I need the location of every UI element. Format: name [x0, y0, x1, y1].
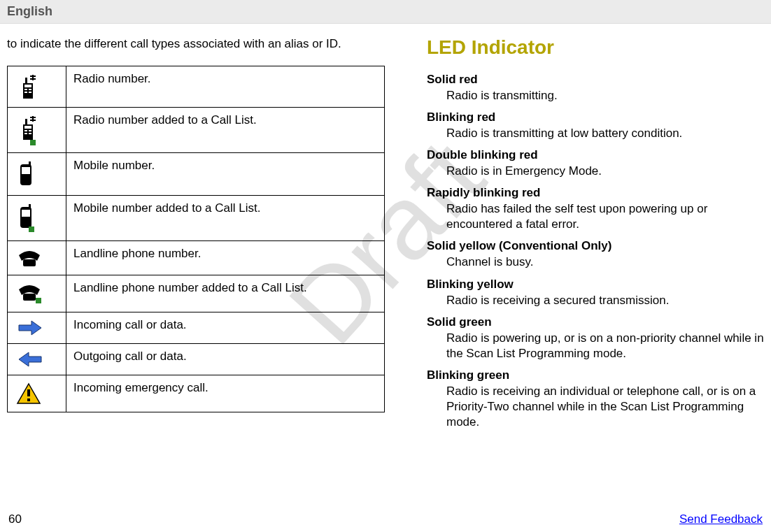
icon-desc: Mobile number added to a Call List. [66, 196, 385, 241]
icon-desc: Mobile number. [66, 153, 385, 196]
table-row: Mobile number added to a Call List. [8, 196, 385, 241]
content-columns: to indicate the different call types ass… [0, 24, 771, 437]
outgoing-arrow-icon [8, 344, 66, 375]
left-column: to indicate the different call types ass… [7, 36, 385, 437]
led-term: Rapidly blinking red [427, 186, 764, 200]
svg-rect-25 [27, 389, 30, 396]
icon-desc: Landline phone number. [66, 241, 385, 275]
svg-rect-5 [29, 92, 31, 93]
led-def: Radio is receiving a secured transmissio… [446, 293, 764, 308]
svg-rect-4 [24, 92, 27, 93]
table-row: Radio number added to a Call List. [8, 108, 385, 153]
intro-text: to indicate the different call types ass… [7, 36, 385, 52]
led-def: Radio has failed the self test upon powe… [446, 201, 764, 232]
send-feedback-link[interactable]: Send Feedback [679, 512, 763, 526]
led-term: Blinking red [427, 110, 764, 124]
led-term: Solid green [427, 315, 764, 329]
svg-rect-8 [24, 126, 31, 129]
icon-desc: Incoming call or data. [66, 312, 385, 344]
icon-desc: Incoming emergency call. [66, 375, 385, 412]
icon-desc: Radio number. [66, 66, 385, 108]
table-row: Radio number. [8, 66, 385, 108]
led-def: Radio is transmitting at low battery con… [446, 126, 764, 141]
svg-rect-20 [29, 204, 31, 210]
led-def: Radio is transmitting. [446, 88, 764, 103]
svg-rect-23 [23, 294, 36, 301]
icon-desc: Outgoing call or data. [66, 344, 385, 375]
svg-rect-24 [36, 298, 41, 303]
page-footer: 60 Send Feedback [0, 512, 771, 526]
language-label: English [7, 4, 52, 18]
radio-number-list-icon [8, 108, 66, 153]
led-def: Channel is busy. [446, 254, 764, 270]
led-definition-list: Solid red Radio is transmitting. Blinkin… [427, 73, 764, 430]
mobile-number-icon [8, 153, 66, 196]
radio-number-icon [8, 66, 66, 108]
svg-rect-16 [22, 167, 30, 174]
svg-rect-11 [24, 133, 27, 134]
led-def: Radio is receiving an individual or tele… [446, 384, 764, 430]
table-row: Outgoing call or data. [8, 344, 385, 375]
led-term: Blinking green [427, 368, 764, 382]
icon-table: Radio number. [7, 66, 385, 412]
svg-rect-19 [22, 210, 30, 217]
svg-rect-1 [24, 85, 31, 87]
page-number: 60 [8, 512, 22, 526]
incoming-arrow-icon [8, 312, 66, 344]
landline-list-icon [8, 275, 66, 312]
mobile-number-list-icon [8, 196, 66, 241]
svg-rect-14 [30, 140, 36, 145]
svg-rect-13 [25, 119, 27, 124]
svg-rect-10 [29, 130, 31, 131]
led-def: Radio is powering up, or is on a non-pri… [446, 331, 764, 361]
led-term: Solid red [427, 73, 764, 87]
table-row: Landline phone number. [8, 241, 385, 275]
svg-rect-22 [23, 259, 36, 266]
landline-icon [8, 241, 66, 275]
svg-rect-2 [24, 89, 27, 90]
led-indicator-title: LED Indicator [427, 36, 764, 59]
emergency-icon [8, 375, 66, 412]
svg-rect-6 [25, 78, 27, 83]
svg-rect-3 [29, 89, 31, 90]
table-row: Mobile number. [8, 153, 385, 196]
right-column: LED Indicator Solid red Radio is transmi… [427, 36, 764, 437]
led-term: Solid yellow (Conventional Only) [427, 239, 764, 253]
svg-rect-26 [27, 398, 30, 401]
svg-rect-12 [29, 133, 31, 134]
led-term: Double blinking red [427, 148, 764, 162]
led-def: Radio is in Emergency Mode. [446, 164, 764, 179]
table-row: Incoming emergency call. [8, 375, 385, 412]
table-row: Incoming call or data. [8, 312, 385, 344]
table-row: Landline phone number added to a Call Li… [8, 275, 385, 312]
page-header: English [0, 0, 771, 24]
svg-rect-9 [24, 130, 27, 131]
icon-desc: Landline phone number added to a Call Li… [66, 275, 385, 312]
svg-rect-17 [29, 161, 31, 167]
icon-desc: Radio number added to a Call List. [66, 108, 385, 153]
svg-rect-21 [29, 227, 34, 232]
led-term: Blinking yellow [427, 278, 764, 292]
